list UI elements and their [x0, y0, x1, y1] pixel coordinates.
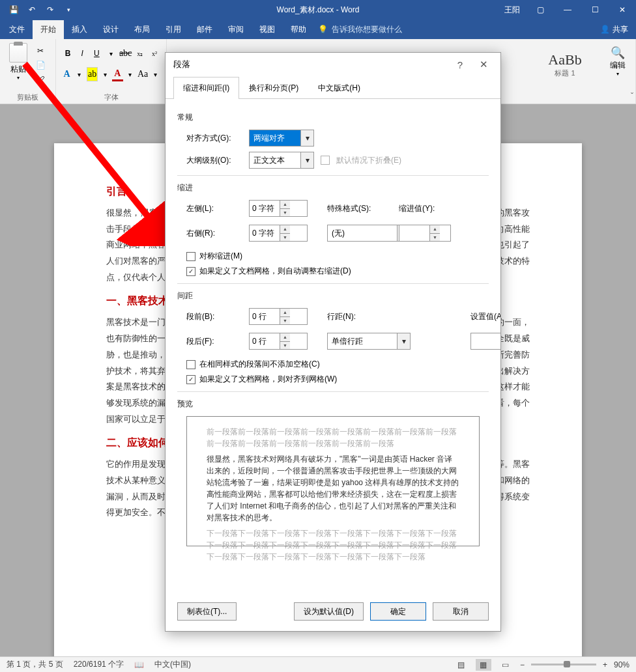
no-space-same-style-checkbox[interactable]	[186, 360, 195, 369]
underline-more-icon[interactable]: ▾	[104, 46, 117, 61]
format-painter-icon[interactable]: 🖌	[34, 73, 47, 86]
web-layout-icon[interactable]: ▭	[498, 659, 513, 671]
tab-design[interactable]: 设计	[95, 20, 126, 39]
style-heading1[interactable]: AaBb 标题 1	[542, 45, 588, 84]
space-after-input[interactable]	[250, 333, 280, 349]
spell-check-icon[interactable]: 📖	[134, 660, 144, 669]
cancel-button[interactable]: 取消	[433, 602, 489, 621]
tab-references[interactable]: 引用	[158, 20, 189, 39]
language-status[interactable]: 中文(中国)	[154, 659, 191, 670]
zoom-level[interactable]: 90%	[614, 660, 629, 669]
redo-icon[interactable]: ↷	[42, 3, 59, 17]
indent-by-spinner[interactable]: ▲▼	[399, 225, 451, 242]
section-indent: 缩进	[177, 182, 489, 193]
undo-icon[interactable]: ↶	[23, 3, 40, 17]
bold-button[interactable]: B	[61, 46, 74, 61]
line-spacing-label: 行距(N):	[327, 311, 386, 322]
tab-home[interactable]: 开始	[33, 20, 64, 39]
zoom-in-icon[interactable]: +	[603, 660, 607, 669]
preview-sample-text: 很显然，黑客技术对网络具有破坏力，"黑客"一词是由英语 Hacker 音译出来的…	[207, 453, 459, 524]
at-value-spinner[interactable]: ▲▼	[470, 333, 500, 350]
dialog-close-icon[interactable]: ✕	[474, 55, 493, 74]
dialog-help-icon[interactable]: ?	[451, 55, 469, 74]
tab-indent-spacing[interactable]: 缩进和间距(I)	[173, 77, 239, 99]
paste-button[interactable]: 粘贴 ▾	[5, 42, 31, 86]
mirror-indent-checkbox[interactable]	[186, 252, 195, 261]
change-case-more-icon[interactable]: ▾	[150, 67, 161, 81]
indent-by-input[interactable]	[399, 225, 429, 241]
highlight-more-icon[interactable]: ▾	[99, 67, 110, 81]
zoom-slider[interactable]	[531, 664, 596, 665]
outline-dropdown[interactable]: 正文文本 ▾	[249, 152, 314, 169]
tab-asian-typography[interactable]: 中文版式(H)	[308, 77, 370, 99]
close-window-icon[interactable]: ✕	[609, 1, 636, 19]
highlight-button[interactable]: ab	[87, 67, 98, 81]
paragraph-dialog: 段落 ? ✕ 缩进和间距(I) 换行和分页(P) 中文版式(H) 常规 对齐方式…	[165, 52, 501, 632]
chevron-down-icon: ▾	[300, 130, 313, 146]
subscript-button[interactable]: x₂	[134, 46, 147, 61]
set-default-button[interactable]: 设为默认值(D)	[294, 602, 364, 621]
paste-label: 粘贴	[10, 64, 26, 75]
qat-customize-icon[interactable]: ▾	[60, 3, 77, 17]
text-effects-button[interactable]: A	[61, 67, 72, 81]
line-spacing-dropdown[interactable]: 单倍行距▾	[327, 333, 411, 350]
auto-adjust-indent-checkbox[interactable]: ✓	[186, 267, 195, 276]
tell-me-label: 告诉我你想要做什么	[332, 24, 402, 35]
tab-layout[interactable]: 布局	[126, 20, 158, 39]
alignment-dropdown[interactable]: 两端对齐 ▾	[249, 130, 314, 147]
clipboard-icon	[9, 43, 27, 63]
snap-to-grid-checkbox[interactable]: ✓	[186, 375, 195, 384]
status-bar: 第 1 页，共 5 页 220/6191 个字 📖 中文(中国) ▤ ▦ ▭ −…	[0, 656, 636, 672]
print-layout-icon[interactable]: ▦	[476, 659, 491, 671]
tab-review[interactable]: 审阅	[220, 20, 252, 39]
tab-view[interactable]: 视图	[252, 20, 283, 39]
tab-mailings[interactable]: 邮件	[189, 20, 220, 39]
right-indent-input[interactable]	[250, 225, 280, 241]
copy-icon[interactable]: 📄	[34, 59, 47, 72]
user-name[interactable]: 王阳	[504, 5, 520, 16]
minimize-icon[interactable]: —	[554, 1, 581, 19]
tell-me-search[interactable]: 💡告诉我你想要做什么	[318, 24, 402, 35]
style-preview-text: AaBb	[548, 51, 581, 68]
word-count[interactable]: 220/6191 个字	[74, 659, 124, 670]
collapse-ribbon-icon[interactable]: ˇ	[631, 92, 633, 101]
space-after-label: 段后(F):	[186, 336, 249, 347]
italic-button[interactable]: I	[76, 46, 89, 61]
edit-button[interactable]: 🔍 编辑 ▾	[605, 42, 630, 77]
tab-insert[interactable]: 插入	[64, 20, 95, 39]
ribbon-options-icon[interactable]: ▢	[527, 1, 554, 19]
font-color-button[interactable]: A	[112, 67, 123, 81]
superscript-button[interactable]: x²	[148, 46, 161, 61]
strikethrough-button[interactable]: abc	[119, 46, 132, 61]
maximize-icon[interactable]: ☐	[581, 1, 609, 19]
font-color-more-icon[interactable]: ▾	[124, 67, 136, 81]
change-case-button[interactable]: Aa	[137, 67, 148, 81]
font-group-label: 字体	[61, 91, 161, 102]
text-effects-more-icon[interactable]: ▾	[74, 67, 85, 81]
save-icon[interactable]: 💾	[5, 3, 22, 17]
left-indent-input[interactable]	[250, 201, 280, 216]
preview-box: 前一段落前一段落前一段落前一段落前一段落前一段落前一段落前一段落前一段落前一段落…	[186, 416, 480, 546]
read-mode-icon[interactable]: ▤	[454, 659, 469, 671]
space-after-spinner[interactable]: ▲▼	[249, 333, 308, 350]
underline-button[interactable]: U	[90, 46, 103, 61]
space-before-spinner[interactable]: ▲▼	[249, 308, 308, 325]
special-format-value: (无)	[332, 228, 345, 239]
right-indent-spinner[interactable]: ▲▼	[249, 225, 308, 242]
tabs-button[interactable]: 制表位(T)...	[177, 602, 237, 621]
special-format-dropdown[interactable]: (无)▾	[327, 225, 411, 242]
zoom-out-icon[interactable]: −	[520, 660, 525, 669]
tab-help[interactable]: 帮助	[283, 20, 314, 39]
left-indent-spinner[interactable]: ▲▼	[249, 200, 308, 217]
at-value-input[interactable]	[471, 333, 500, 349]
cut-icon[interactable]: ✂	[34, 44, 47, 57]
tab-file[interactable]: 文件	[1, 20, 33, 39]
page-count[interactable]: 第 1 页，共 5 页	[7, 659, 63, 670]
space-before-input[interactable]	[250, 309, 280, 324]
no-space-same-style-label: 在相同样式的段落间不添加空格(C)	[199, 359, 320, 370]
share-button[interactable]: 👤共享	[594, 21, 635, 38]
ok-button[interactable]: 确定	[370, 602, 426, 621]
tab-line-page-breaks[interactable]: 换行和分页(P)	[239, 77, 308, 99]
at-label: 设置值(A):	[470, 311, 500, 322]
line-spacing-value: 单倍行距	[332, 336, 363, 347]
